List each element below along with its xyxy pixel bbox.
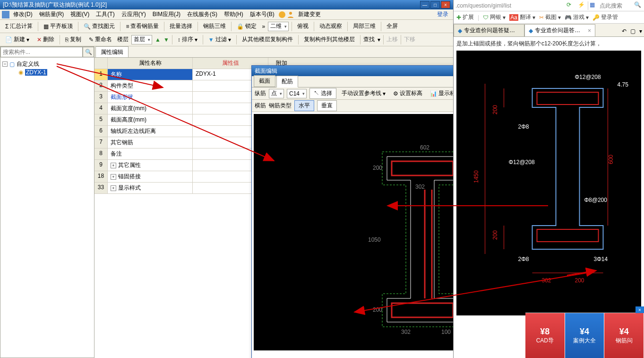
new-button[interactable]: 📄新建▾: [3, 34, 32, 45]
svg-text:1050: 1050: [368, 236, 381, 243]
tab-section[interactable]: 截面: [254, 75, 275, 87]
horizontal-button[interactable]: 水平: [294, 100, 314, 111]
prop-tab[interactable]: 属性编辑: [95, 46, 129, 57]
search-button[interactable]: 🔍: [83, 47, 94, 57]
login-link[interactable]: 登录: [434, 9, 451, 19]
copy-from-floor-button[interactable]: 从其他楼层复制构件: [240, 34, 295, 45]
property-panel: 属性编辑 属性名称 属性值 附加 1名称ZDYX-1 2构件类型 3截面形状 4…: [94, 46, 453, 358]
section-shape-link[interactable]: 截面形状: [108, 92, 193, 103]
ad-close-button[interactable]: ×: [635, 306, 644, 313]
menu-tools[interactable]: 工具(T): [93, 9, 117, 19]
collapse-icon[interactable]: −: [2, 61, 8, 67]
gamepad-icon: 🎮: [565, 14, 572, 21]
close-button[interactable]: ×: [441, 1, 450, 9]
tab-menu-icon[interactable]: ▾: [637, 26, 644, 36]
view-rebar-button[interactable]: ≡查看钢筋量: [123, 21, 161, 32]
ext-button[interactable]: ✚扩展: [456, 13, 474, 21]
refresh-icon[interactable]: ⟳: [567, 1, 575, 10]
menu-cloud[interactable]: 云应用(Y): [119, 9, 149, 19]
top-view-button[interactable]: 俯视: [295, 21, 311, 32]
size-combo[interactable]: C14: [287, 89, 307, 98]
rename-button[interactable]: ✎重命名: [86, 34, 114, 45]
browser-tab-2[interactable]: ◆专业造价问题答疑平台×: [524, 24, 595, 36]
url-text[interactable]: .com/question/giml/list: [454, 2, 565, 9]
copy-button[interactable]: ⎘复制: [63, 34, 84, 45]
more-icon[interactable]: »: [262, 23, 265, 30]
floor-combo[interactable]: 首层: [131, 35, 152, 44]
browser-search-input[interactable]: [600, 2, 633, 9]
translate-icon: Aa: [509, 14, 518, 21]
copy-to-floor-button[interactable]: 复制构件到其他楼层: [301, 34, 357, 45]
vertical-button[interactable]: 垂直: [317, 100, 337, 111]
view-mode-combo[interactable]: 二维: [268, 22, 289, 31]
search-input[interactable]: [0, 47, 83, 57]
expand-icon[interactable]: +: [111, 163, 116, 168]
flush-slab-button[interactable]: ▦平齐板顶: [41, 21, 75, 32]
flash-icon[interactable]: ⚡: [578, 1, 586, 10]
undo-tab-icon[interactable]: ↶: [620, 26, 628, 36]
game-button[interactable]: 🎮游戏▾: [565, 13, 589, 21]
tab-rebar[interactable]: 配筋: [276, 76, 298, 87]
section-canvas[interactable]: 全部纵筋 按截面: [254, 114, 453, 350]
tab-list-icon[interactable]: ▢: [628, 26, 637, 36]
orbit-button[interactable]: 动态观察: [317, 21, 344, 32]
globe-icon[interactable]: [278, 11, 286, 18]
menu-version[interactable]: 版本号(B): [247, 9, 277, 19]
expand-icon[interactable]: +: [111, 174, 116, 180]
nav-up-icon[interactable]: ▲: [155, 36, 161, 43]
screenshot-button[interactable]: ✂截图▾: [539, 13, 561, 21]
svg-text:302: 302: [542, 277, 551, 284]
key-icon: 🔑: [592, 14, 600, 21]
set-height-button[interactable]: ⚙设置标高: [391, 88, 425, 99]
translate-button[interactable]: Aa翻译▾: [509, 13, 535, 21]
manual-ref-button[interactable]: 手动设置参考线▾: [339, 88, 388, 99]
point-combo[interactable]: 点: [269, 89, 284, 98]
menu-rebar[interactable]: 钢筋量(R): [36, 9, 67, 19]
ad-card-2[interactable]: ¥4案例大全: [565, 313, 605, 358]
tree-item-zdyx1[interactable]: ◉ ZDYX-1: [2, 69, 92, 76]
find-elem-button[interactable]: 🔍查找图元: [81, 21, 117, 32]
nav-down-icon[interactable]: ▼: [163, 36, 169, 43]
menu-online[interactable]: 在线服务(S): [184, 9, 220, 19]
prop-name-cell[interactable]: 名称: [108, 69, 193, 80]
lock-icon: 🔒: [237, 23, 244, 30]
lock-button[interactable]: 🔒锁定: [234, 21, 259, 32]
grid-icon[interactable]: ▦: [590, 1, 598, 10]
menu-modify[interactable]: 修改(D): [10, 9, 35, 19]
login-mgr-button[interactable]: 🔑登录管: [592, 13, 618, 21]
search-icon: 🔍: [84, 23, 91, 30]
menu-help[interactable]: 帮助(H): [221, 9, 246, 19]
ad-card-3[interactable]: ¥4钢筋问: [604, 313, 644, 358]
menu-view[interactable]: 视图(V): [68, 9, 92, 19]
fullscreen-button[interactable]: 全屏: [384, 21, 400, 32]
browser-tab-1[interactable]: ◆专业造价问题答疑平台: [454, 24, 524, 36]
sum-calc-button[interactable]: Σ汇总计算: [3, 21, 35, 32]
bank-button[interactable]: 🛡网银▾: [483, 13, 506, 21]
svg-rect-4: [392, 303, 453, 317]
user-icon[interactable]: [287, 11, 294, 18]
menu-new-change[interactable]: 新建变更: [295, 9, 324, 19]
select-button[interactable]: ↖ 选择: [309, 88, 336, 99]
svg-rect-3: [392, 161, 453, 175]
delete-button[interactable]: ✕删除: [34, 34, 57, 45]
svg-text:600: 600: [608, 155, 614, 164]
show-label-button[interactable]: 📊显示标注: [428, 88, 453, 99]
minimize-button[interactable]: —: [420, 1, 429, 9]
batch-select-button[interactable]: 批量选择: [167, 21, 195, 32]
svg-text:4.75: 4.75: [618, 81, 629, 88]
find-label[interactable]: 查找: [363, 35, 375, 44]
search-go-icon[interactable]: 🔍: [634, 1, 643, 10]
tab-close-icon[interactable]: ×: [588, 27, 591, 34]
ad-card-1[interactable]: ¥8CAD导: [525, 313, 565, 358]
local-3d-button[interactable]: 局部三维: [351, 21, 378, 32]
menu-bim[interactable]: BIM应用(J): [150, 9, 183, 19]
move-down[interactable]: 下移: [404, 35, 415, 44]
tree-root[interactable]: − ▢ 自定义线: [2, 60, 92, 69]
sort-button[interactable]: ↕排序▾: [175, 34, 200, 45]
filter-button[interactable]: ▼过滤▾: [206, 34, 233, 45]
expand-icon[interactable]: +: [111, 185, 116, 191]
move-up[interactable]: 上移: [386, 35, 398, 44]
toolbar-2: 📄新建▾ ✕删除 ⎘复制 ✎重命名 楼层 首层 ▲ ▼ ↕排序▾ ▼过滤▾ 从其…: [0, 33, 453, 46]
rebar-3d-button[interactable]: 钢筋三维: [201, 21, 228, 32]
maximize-button[interactable]: □: [430, 1, 440, 9]
